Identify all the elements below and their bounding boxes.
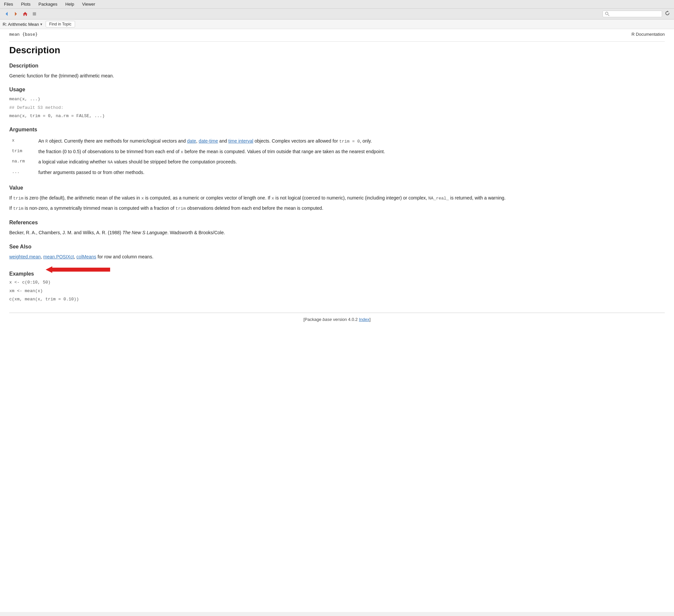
address-text: R: Arithmetic Mean [3, 22, 39, 27]
arguments-section: Arguments x An R object. Currently there… [9, 127, 665, 178]
link-colmeans[interactable]: colMeans [77, 254, 96, 260]
address-label[interactable]: R: Arithmetic Mean ▼ [3, 22, 43, 27]
menu-plots[interactable]: Plots [19, 1, 32, 7]
arg-narm-desc: a logical value indicating whether NA va… [36, 157, 665, 168]
svg-rect-3 [33, 12, 36, 15]
search-icon [605, 12, 609, 16]
search-input[interactable] [609, 12, 659, 16]
usage-section: Usage mean(x, ...) ## Default S3 method:… [9, 87, 665, 119]
references-section: References Becker, R. A., Chambers, J. M… [9, 220, 665, 236]
arg-trim-row: trim the fraction (0 to 0.5) of observat… [9, 146, 665, 157]
find-in-topic-button[interactable]: Find in Topic [46, 21, 75, 27]
footer-index-link[interactable]: Index [359, 317, 369, 322]
description-section: Description Generic function for the (tr… [9, 63, 665, 79]
arg-dots-name: ... [9, 168, 36, 177]
value-para2: If trim is non-zero, a symmetrically tri… [9, 204, 665, 212]
svg-marker-6 [667, 11, 669, 12]
content-area: mean {base} R Documentation Description … [0, 29, 674, 612]
back-button[interactable] [3, 10, 11, 18]
package-ref: mean {base} [9, 32, 38, 37]
see-also-text: weighted.mean, mean.POSIXct, colMeans fo… [9, 253, 665, 261]
usage-heading: Usage [9, 87, 665, 93]
references-heading: References [9, 220, 665, 226]
arg-narm-row: na.rm a logical value indicating whether… [9, 157, 665, 168]
arg-x-name: x [9, 136, 36, 146]
arg-x-desc: An R object. Currently there are methods… [36, 136, 665, 146]
examples-code3: c(xm, mean(x, trim = 0.10)) [9, 296, 665, 303]
address-dropdown-arrow: ▼ [40, 22, 43, 26]
link-mean-posixct[interactable]: mean.POSIXct [43, 254, 74, 260]
menu-files[interactable]: Files [3, 1, 14, 7]
arg-narm-name: na.rm [9, 157, 36, 168]
doc-title: Description [9, 45, 665, 56]
arg-dots-desc: further arguments passed to or from othe… [36, 168, 665, 177]
examples-section: Examples x <- c(0:10, 50) xm <- mean(x) … [9, 263, 665, 303]
see-also-section: See Also weighted.mean, mean.POSIXct, co… [9, 244, 665, 261]
address-bar: R: Arithmetic Mean ▼ Find in Topic [0, 19, 674, 29]
description-text: Generic function for the (trimmed) arith… [9, 72, 665, 79]
link-time-interval[interactable]: time interval [228, 138, 253, 143]
r-documentation-label: R Documentation [632, 32, 665, 37]
svg-marker-1 [15, 12, 17, 16]
svg-point-4 [605, 12, 608, 15]
examples-code2: xm <- mean(x) [9, 288, 665, 294]
footer-text: [Package base version 4.0.2 Index] [303, 317, 370, 322]
toolbar [0, 9, 674, 19]
menu-viewer[interactable]: Viewer [81, 1, 97, 7]
forward-button[interactable] [12, 10, 20, 18]
stop-button[interactable] [30, 10, 38, 18]
arguments-heading: Arguments [9, 127, 665, 133]
examples-heading-row: Examples [9, 263, 665, 277]
arg-dots-row: ... further arguments passed to or from … [9, 168, 665, 177]
arg-trim-name: trim [9, 146, 36, 157]
svg-marker-0 [6, 12, 8, 16]
arrow-annotation [41, 263, 113, 277]
refresh-button[interactable] [663, 10, 671, 18]
svg-marker-2 [23, 12, 27, 16]
usage-code1: mean(x, ...) [9, 96, 665, 103]
arg-x-row: x An R object. Currently there are metho… [9, 136, 665, 146]
see-also-heading: See Also [9, 244, 665, 250]
value-para1: If trim is zero (the default), the arith… [9, 194, 665, 202]
examples-heading: Examples [9, 271, 34, 277]
usage-code3: mean(x, trim = 0, na.rm = FALSE, ...) [9, 113, 665, 119]
value-section: Value If trim is zero (the default), the… [9, 185, 665, 213]
menu-help[interactable]: Help [64, 1, 76, 7]
description-heading: Description [9, 63, 665, 69]
header-divider [9, 41, 665, 42]
search-box [602, 11, 662, 17]
examples-code1: x <- c(0:10, 50) [9, 279, 665, 286]
arguments-table: x An R object. Currently there are metho… [9, 136, 665, 178]
menu-packages[interactable]: Packages [37, 1, 59, 7]
link-date-time[interactable]: date-time [199, 138, 218, 143]
arg-trim-desc: the fraction (0 to 0.5) of observations … [36, 146, 665, 157]
menu-bar: Files Plots Packages Help Viewer [0, 0, 674, 9]
doc-footer: [Package base version 4.0.2 Index] [9, 313, 665, 322]
value-heading: Value [9, 185, 665, 191]
doc-header: mean {base} R Documentation [9, 29, 665, 38]
references-text: Becker, R. A., Chambers, J. M. and Wilks… [9, 229, 665, 236]
home-button[interactable] [21, 10, 29, 18]
link-date[interactable]: date [187, 138, 196, 143]
svg-line-5 [608, 15, 609, 16]
svg-rect-9 [50, 268, 110, 272]
usage-code2: ## Default S3 method: [9, 105, 665, 111]
link-weighted-mean[interactable]: weighted.mean [9, 254, 41, 260]
